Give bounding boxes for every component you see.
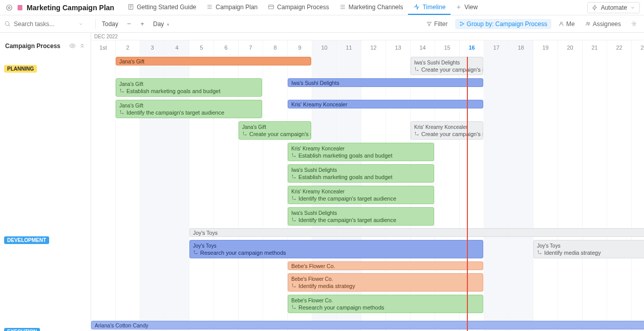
phase-badge-planning[interactable]: PLANNING xyxy=(4,65,37,73)
timeline-bar[interactable]: Kris' Kreamy KoncealerCreate your campai… xyxy=(411,121,483,140)
timeline-bar[interactable]: Iwa's Sushi DelightsCreate your campaign… xyxy=(411,57,483,75)
timeline-bar[interactable]: Joy's Toys xyxy=(189,228,644,237)
topbar: Marketing Campaign Plan Getting Started … xyxy=(0,0,644,15)
subtask-icon xyxy=(242,131,247,137)
visibility-icon[interactable] xyxy=(69,42,76,49)
automate-button[interactable]: Automate xyxy=(587,2,640,13)
day-header[interactable]: 7 xyxy=(239,40,263,57)
page-title-area: Marketing Campaign Plan xyxy=(16,4,114,12)
timeline-bar[interactable]: Jana's GiftEstablish marketing goals and… xyxy=(116,78,262,97)
day-header[interactable]: 17 xyxy=(484,40,509,57)
zoom-in-button[interactable]: + xyxy=(138,19,147,29)
search-input[interactable] xyxy=(14,20,75,28)
tab-icon xyxy=(268,4,274,10)
timeline-bar[interactable]: Jana's GiftIdentify the campaign's targe… xyxy=(116,100,262,118)
tab-getting-started-guide[interactable]: Getting Started Guide xyxy=(122,0,201,15)
day-header[interactable]: 1st xyxy=(91,40,116,57)
timeline-bar[interactable]: Bebe's Flower Co.Identify media strategy xyxy=(288,273,483,292)
timeline-bar[interactable]: Joy's ToysIdentify media strategy xyxy=(533,240,644,258)
timeline[interactable]: DEC 2022 1st2345678910111213141516171819… xyxy=(91,33,644,331)
day-header[interactable]: 12 xyxy=(361,40,386,57)
tab-label: Marketing Channels xyxy=(349,4,403,11)
svg-point-11 xyxy=(588,23,589,24)
search-box[interactable] xyxy=(4,20,91,28)
app-menu-icon[interactable] xyxy=(4,3,14,13)
svg-point-16 xyxy=(120,89,121,90)
tab-marketing-channels[interactable]: Marketing Channels xyxy=(334,0,409,15)
svg-point-13 xyxy=(72,45,73,47)
scale-dropdown[interactable]: Day ▾ xyxy=(151,19,171,29)
day-header[interactable]: 19 xyxy=(533,40,558,57)
tab-view[interactable]: View xyxy=(450,0,483,15)
timeline-bar[interactable]: Bebe's Flower Co.Research your campaign … xyxy=(288,295,483,313)
day-header[interactable]: 21 xyxy=(583,40,607,57)
tab-timeline[interactable]: Timeline xyxy=(408,0,450,15)
bar-subtitle: Identify media strategy xyxy=(291,283,355,289)
timeline-month: DEC 2022 xyxy=(91,33,644,40)
day-header[interactable]: 18 xyxy=(509,40,533,57)
tab-campaign-plan[interactable]: Campaign Plan xyxy=(201,0,263,15)
phase-badge-execution[interactable]: EXECUTION xyxy=(4,328,40,331)
day-header[interactable]: 16 xyxy=(460,40,484,57)
day-header[interactable]: 11 xyxy=(337,40,361,57)
chevron-down-icon[interactable] xyxy=(78,21,83,27)
timeline-bar[interactable]: Iwa's Sushi DelightsEstablish marketing … xyxy=(288,164,434,183)
toolbar: Today − + Day ▾ Filter Group by: Campaig… xyxy=(0,15,644,33)
me-label: Me xyxy=(566,20,575,28)
day-header[interactable]: 15 xyxy=(435,40,460,57)
filter-button[interactable]: Filter xyxy=(423,19,451,29)
timeline-bar[interactable]: Jana's Gift xyxy=(116,57,311,65)
timeline-bar[interactable]: Joy's ToysResearch your campaign methods xyxy=(189,240,483,258)
timeline-bar[interactable]: Bebe's Flower Co. xyxy=(288,261,483,270)
tab-label: View xyxy=(464,4,478,11)
bar-subtitle: Identify the campaign's target audience xyxy=(291,195,396,202)
day-header[interactable]: 5 xyxy=(189,40,214,57)
me-button[interactable]: Me xyxy=(555,19,578,29)
groupby-button[interactable]: Group by: Campaign Process xyxy=(455,19,551,29)
collapse-icon[interactable] xyxy=(79,42,85,49)
bar-title: Iwa's Sushi Delights xyxy=(291,167,337,173)
svg-point-27 xyxy=(295,178,295,178)
today-button[interactable]: Today xyxy=(100,19,120,29)
svg-point-24 xyxy=(292,153,293,154)
subtask-icon xyxy=(291,196,296,201)
assignees-button[interactable]: Assignees xyxy=(582,19,624,29)
day-header[interactable]: 6 xyxy=(214,40,239,57)
phase-badge-development[interactable]: DEVELOPMENT xyxy=(4,236,49,244)
day-header[interactable]: 8 xyxy=(263,40,288,57)
svg-point-28 xyxy=(292,196,293,197)
timeline-bar[interactable]: Kris' Kreamy KoncealerIdentify the campa… xyxy=(288,186,434,204)
svg-point-18 xyxy=(120,111,121,111)
timeline-bar[interactable]: Iwa's Sushi Delights xyxy=(288,78,483,87)
bar-title: Bebe's Flower Co. xyxy=(291,298,333,303)
day-header[interactable]: 22 xyxy=(607,40,632,57)
day-header[interactable]: 14 xyxy=(411,40,435,57)
day-header[interactable]: 4 xyxy=(165,40,189,57)
day-header[interactable]: 23 xyxy=(632,40,644,57)
tab-campaign-process[interactable]: Campaign Process xyxy=(263,0,334,15)
gear-icon xyxy=(631,21,637,27)
svg-point-37 xyxy=(295,286,295,287)
search-icon xyxy=(4,20,11,27)
today-marker xyxy=(467,57,468,331)
svg-point-30 xyxy=(292,218,293,218)
svg-point-12 xyxy=(633,23,635,25)
bolt-icon xyxy=(592,5,598,11)
day-header[interactable]: 9 xyxy=(288,40,312,57)
timeline-bar[interactable]: Ariana's Cotton Candy xyxy=(91,321,644,329)
settings-button[interactable] xyxy=(628,20,640,28)
timeline-bar[interactable]: Jana's GiftCreate your campaign's m... xyxy=(239,121,311,140)
day-header[interactable]: 2 xyxy=(116,40,140,57)
day-header[interactable]: 10 xyxy=(312,40,337,57)
svg-point-14 xyxy=(415,68,416,68)
timeline-days-header: 1st234567891011121314151617181920212223 xyxy=(91,40,644,57)
day-header[interactable]: 20 xyxy=(558,40,583,57)
group-icon xyxy=(459,21,465,27)
timeline-bar[interactable]: Iwa's Sushi DelightsIdentify the campaig… xyxy=(288,207,434,226)
zoom-out-button[interactable]: − xyxy=(124,19,134,29)
day-header[interactable]: 13 xyxy=(386,40,411,57)
timeline-bar[interactable]: Kris' Kreamy Koncealer xyxy=(288,100,483,108)
svg-point-21 xyxy=(246,135,246,135)
timeline-bar[interactable]: Kris' Kreamy KoncealerEstablish marketin… xyxy=(288,143,434,161)
day-header[interactable]: 3 xyxy=(140,40,165,57)
